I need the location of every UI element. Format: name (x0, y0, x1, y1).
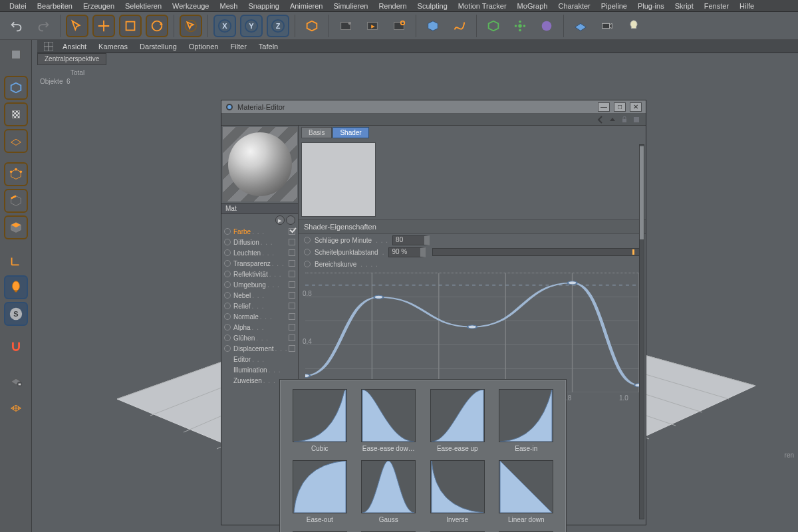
undo-button[interactable] (5, 15, 28, 37)
scale-button[interactable] (119, 15, 142, 37)
menu-animieren[interactable]: Animieren (286, 1, 327, 11)
channel-glühen[interactable]: Glühen . . . (224, 332, 295, 343)
axis-icon[interactable] (4, 249, 28, 273)
bpm-input[interactable]: 80 (392, 235, 430, 245)
menu-hilfe[interactable]: Hilfe (735, 1, 758, 11)
menu-plugins[interactable]: Plug-ins (634, 1, 668, 11)
menu-datei[interactable]: Datei (5, 1, 31, 11)
menu-skript[interactable]: Skript (671, 1, 698, 11)
channel-relief[interactable]: Relief . . . (224, 301, 295, 311)
tab-basis[interactable]: Basis (301, 127, 332, 138)
snap-icon[interactable]: S (4, 302, 28, 326)
channel-displacement[interactable]: Displacement . . . (224, 343, 295, 354)
model-mode-icon[interactable] (4, 76, 28, 100)
magnet-icon[interactable] (4, 335, 28, 359)
make-editable-icon[interactable] (4, 43, 28, 66)
edge-mode-icon[interactable] (4, 189, 28, 213)
preset-ease-in[interactable]: Ease-in (496, 389, 557, 452)
viewport-menu-darstellung[interactable]: Darstellung (134, 41, 182, 52)
axis-y-button[interactable]: Y (240, 15, 263, 37)
viewport-menu-tafeln[interactable]: Tafeln (253, 41, 283, 52)
texture-mode-icon[interactable] (4, 102, 28, 126)
menu-simulieren[interactable]: Simulieren (329, 1, 372, 11)
menu-selektieren[interactable]: Selektieren (121, 1, 166, 11)
viewport-menu-ansicht[interactable]: Ansicht (57, 41, 92, 52)
redo-button[interactable] (32, 15, 55, 37)
polygon-mode-icon[interactable] (4, 215, 28, 239)
nav-lock-icon[interactable] (620, 116, 628, 124)
preset-ease-ease-dow-[interactable]: Ease-ease dow… (358, 389, 420, 452)
cube-icon[interactable] (301, 15, 323, 37)
channel-diffusion[interactable]: Diffusion . . . (224, 237, 295, 247)
menu-werkzeuge[interactable]: Werkzeuge (168, 1, 213, 11)
tab-shader[interactable]: Shader (332, 127, 368, 138)
material-picker-icon[interactable] (286, 215, 295, 225)
menu-erzeugen[interactable]: Erzeugen (79, 1, 118, 11)
menu-mesh[interactable]: Mesh (215, 1, 241, 11)
light-button[interactable] (622, 15, 645, 37)
channel-leuchten[interactable]: Leuchten . . . (224, 247, 295, 258)
menu-sculpting[interactable]: Sculpting (414, 1, 452, 11)
material-prev-arrow-icon[interactable]: ▸ (275, 215, 285, 225)
channel-umgebung[interactable]: Umgebung . . . (224, 279, 295, 290)
menu-fenster[interactable]: Fenster (700, 1, 733, 11)
menu-charakter[interactable]: Charakter (554, 1, 594, 11)
render-icon[interactable] (334, 15, 357, 37)
nav-back-icon[interactable] (597, 116, 604, 124)
axis-z-button[interactable]: Z (267, 15, 289, 37)
preset-ease-out[interactable]: Ease-out (289, 460, 350, 523)
floor-button[interactable] (569, 15, 592, 37)
axis-x-button[interactable]: X (213, 15, 236, 37)
preset-ease-ease-up[interactable]: Ease-ease up (427, 389, 488, 452)
channel-nebel[interactable]: Nebel . . . (224, 290, 295, 301)
tweak-icon[interactable] (4, 275, 28, 299)
environment-button[interactable] (535, 15, 558, 37)
menu-motion-tracker[interactable]: Motion Tracker (454, 1, 511, 11)
channel-alpha[interactable]: Alpha . . . (224, 322, 295, 332)
channel-editor[interactable]: Editor . . . (224, 354, 295, 364)
menu-pipeline[interactable]: Pipeline (597, 1, 631, 11)
live-select-button[interactable] (66, 15, 88, 37)
channel-normale[interactable]: Normale . . . (224, 311, 295, 322)
workplane-lock-icon[interactable] (4, 368, 28, 392)
window-close-button[interactable]: ✕ (630, 102, 642, 112)
preset-gauss[interactable]: Gauss (358, 460, 420, 523)
channel-reflektivität[interactable]: Reflektivität . . . (224, 269, 295, 279)
preset-linear-down[interactable]: Linear down (496, 460, 557, 523)
channel-farbe[interactable]: Farbe . . . (224, 226, 295, 237)
nav-menu-icon[interactable] (632, 116, 640, 124)
generator-button[interactable] (482, 15, 505, 37)
workplane-mode-icon[interactable] (4, 129, 28, 153)
menu-rendern[interactable]: Rendern (374, 1, 410, 11)
camera-button[interactable] (596, 15, 618, 37)
channel-transparenz[interactable]: Transparenz . . . (224, 258, 295, 269)
primitive-button[interactable] (422, 15, 444, 37)
point-mode-icon[interactable] (4, 162, 28, 186)
menu-snapping[interactable]: Snapping (244, 1, 283, 11)
viewport-menu-optionen[interactable]: Optionen (184, 41, 224, 52)
material-name-label[interactable]: Mat (221, 203, 298, 214)
menu-mograph[interactable]: MoGraph (513, 1, 552, 11)
viewport-menu-filter[interactable]: Filter (225, 41, 251, 52)
shader-preview[interactable] (301, 142, 376, 217)
viewport-menu-kameras[interactable]: Kameras (93, 41, 133, 52)
lasso-button[interactable] (180, 15, 202, 37)
render-settings-icon[interactable] (388, 15, 410, 37)
window-maximize-button[interactable]: □ (614, 102, 626, 112)
picture-viewer-icon[interactable] (361, 15, 384, 37)
menu-bearbeiten[interactable]: Bearbeiten (33, 1, 76, 11)
nav-up-icon[interactable] (608, 116, 616, 124)
rotate-button[interactable] (146, 15, 168, 37)
deformer-button[interactable] (509, 15, 531, 37)
material-editor-titlebar[interactable]: Material-Editor — □ ✕ (221, 100, 646, 114)
workplane-align-icon[interactable] (4, 395, 28, 419)
preset-inverse[interactable]: Inverse (427, 460, 488, 523)
channel-illumination[interactable]: Illumination . . . (224, 364, 295, 375)
preset-cubic[interactable]: Cubic (289, 389, 350, 452)
spline-button[interactable] (448, 15, 471, 37)
window-minimize-button[interactable]: — (598, 102, 610, 112)
material-preview[interactable] (223, 127, 297, 201)
vdist-slider[interactable] (432, 248, 640, 256)
properties-scrollbar[interactable] (639, 144, 644, 519)
vdist-input[interactable]: 90 % (388, 247, 426, 257)
